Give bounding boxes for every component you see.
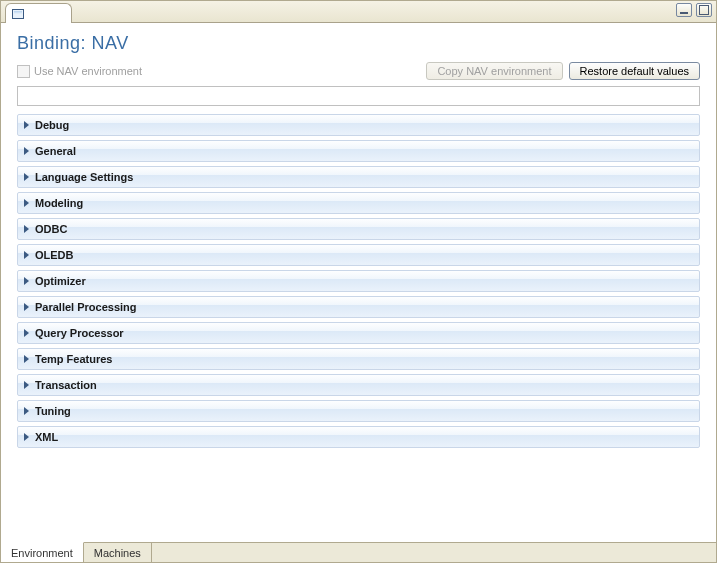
- editor-view: Binding: NAV Use NAV environment Copy NA…: [1, 23, 716, 562]
- maximize-button[interactable]: [696, 3, 712, 17]
- section-optimizer[interactable]: Optimizer: [17, 270, 700, 292]
- expand-icon: [24, 225, 29, 233]
- checkbox-icon: [17, 65, 30, 78]
- expand-icon: [24, 147, 29, 155]
- section-oledb[interactable]: OLEDB: [17, 244, 700, 266]
- use-nav-env-checkbox[interactable]: Use NAV environment: [17, 65, 142, 78]
- expand-icon: [24, 433, 29, 441]
- bottom-tab-label: Environment: [11, 547, 73, 559]
- section-label: Language Settings: [35, 171, 133, 183]
- section-xml[interactable]: XML: [17, 426, 700, 448]
- restore-defaults-button[interactable]: Restore default values: [569, 62, 700, 80]
- section-odbc[interactable]: ODBC: [17, 218, 700, 240]
- page-title: Binding: NAV: [17, 33, 700, 54]
- expand-icon: [24, 381, 29, 389]
- expand-icon: [24, 173, 29, 181]
- section-query-processor[interactable]: Query Processor: [17, 322, 700, 344]
- section-label: OLEDB: [35, 249, 74, 261]
- expand-icon: [24, 277, 29, 285]
- section-language-settings[interactable]: Language Settings: [17, 166, 700, 188]
- editor-tab-nav[interactable]: NAV ×: [5, 3, 72, 23]
- expand-icon: [24, 329, 29, 337]
- content-spacer: [1, 452, 716, 542]
- section-label: Query Processor: [35, 327, 124, 339]
- section-label: Debug: [35, 119, 69, 131]
- section-label: Transaction: [35, 379, 97, 391]
- window-controls: [676, 3, 712, 17]
- expand-icon: [24, 121, 29, 129]
- bottom-tab-bar: Environment Machines: [1, 542, 716, 562]
- file-icon: [12, 9, 24, 19]
- top-tab-bar: NAV ×: [1, 1, 716, 23]
- section-debug[interactable]: Debug: [17, 114, 700, 136]
- section-label: ODBC: [35, 223, 67, 235]
- section-label: Optimizer: [35, 275, 86, 287]
- tab-environment[interactable]: Environment: [1, 542, 84, 562]
- toolbar: Use NAV environment Copy NAV environment…: [1, 58, 716, 86]
- section-label: Parallel Processing: [35, 301, 137, 313]
- section-temp-features[interactable]: Temp Features: [17, 348, 700, 370]
- bottom-tab-label: Machines: [94, 547, 141, 559]
- section-label: XML: [35, 431, 58, 443]
- section-label: Modeling: [35, 197, 83, 209]
- expand-icon: [24, 355, 29, 363]
- expand-icon: [24, 199, 29, 207]
- section-label: Temp Features: [35, 353, 112, 365]
- editor-tab-label: NAV: [28, 8, 50, 20]
- section-label: General: [35, 145, 76, 157]
- section-modeling[interactable]: Modeling: [17, 192, 700, 214]
- page-header: Binding: NAV: [1, 23, 716, 58]
- expand-icon: [24, 407, 29, 415]
- copy-nav-env-button: Copy NAV environment: [426, 62, 562, 80]
- expand-icon: [24, 251, 29, 259]
- tab-machines[interactable]: Machines: [84, 543, 152, 562]
- section-transaction[interactable]: Transaction: [17, 374, 700, 396]
- section-general[interactable]: General: [17, 140, 700, 162]
- section-list: Debug General Language Settings Modeling…: [17, 114, 700, 452]
- section-tuning[interactable]: Tuning: [17, 400, 700, 422]
- minimize-button[interactable]: [676, 3, 692, 17]
- close-icon[interactable]: ×: [54, 7, 65, 21]
- section-label: Tuning: [35, 405, 71, 417]
- section-parallel-processing[interactable]: Parallel Processing: [17, 296, 700, 318]
- checkbox-label: Use NAV environment: [34, 65, 142, 77]
- filter-input[interactable]: [17, 86, 700, 106]
- expand-icon: [24, 303, 29, 311]
- editor-window: NAV × Binding: NAV Use NAV environment C…: [0, 0, 717, 563]
